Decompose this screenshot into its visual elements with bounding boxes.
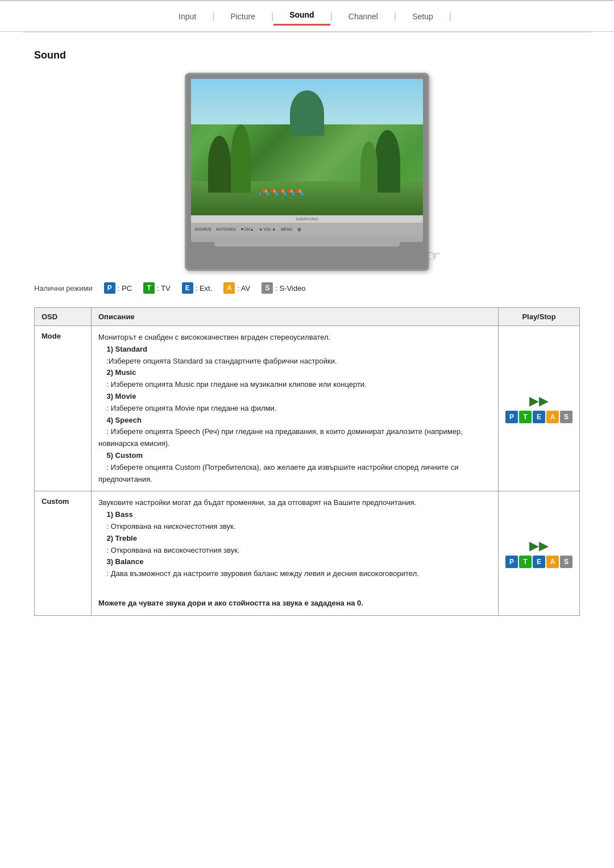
th-osd: OSD xyxy=(35,308,92,326)
play-icon-custom: ▶▶ xyxy=(529,539,549,553)
pteas-p-mode: P xyxy=(505,411,518,423)
mode-tv: T : TV xyxy=(143,282,171,294)
tv-screen xyxy=(191,79,423,215)
mode-ext-label: : Ext. xyxy=(196,284,213,293)
tv-image-container: SAMSUNG SOURCE AUTO/ADJ ▼CH▲ ◄ VOL ► MEN… xyxy=(34,73,580,271)
tv-bar-menu: MENU xyxy=(281,227,293,231)
nav-channel-label: Channel xyxy=(349,12,378,21)
mode-svideo: S : S-Video xyxy=(262,282,305,294)
table-header-row: OSD Описание Play/Stop xyxy=(35,308,580,326)
mode-av-label: : AV xyxy=(237,284,250,293)
tv-outer: SAMSUNG SOURCE AUTO/ADJ ▼CH▲ ◄ VOL ► MEN… xyxy=(185,73,429,271)
mode-pc-label: : PC xyxy=(118,284,132,293)
th-osd-label: OSD xyxy=(42,312,57,321)
pteas-t-mode: T xyxy=(519,411,532,423)
tv-bar-ch: ▼CH▲ xyxy=(240,227,254,231)
tv-bar-power: ⏻ xyxy=(297,227,301,231)
playstop-mode: ▶▶ P T E A S xyxy=(499,326,580,491)
mode-pc: P : PC xyxy=(104,282,132,294)
badge-e: E xyxy=(182,282,193,294)
desc-custom: Звуковите настройки могат да бъдат проме… xyxy=(92,491,499,615)
tv-bar-source: SOURCE xyxy=(194,227,211,231)
pteas-row1-custom: ▶▶ xyxy=(529,539,549,553)
pteas-p-custom: P xyxy=(505,556,518,568)
osd-mode-label: Mode xyxy=(42,332,61,340)
pteas-e-mode: E xyxy=(533,411,545,423)
badge-p: P xyxy=(104,282,115,294)
nav-setup-label: Setup xyxy=(412,12,433,21)
mode-svideo-label: : S-Video xyxy=(275,284,305,293)
tree4 xyxy=(360,141,377,193)
tv-stand xyxy=(191,235,423,242)
th-description: Описание xyxy=(92,308,499,326)
mode-av: A : AV xyxy=(223,282,250,294)
pteas-s-custom: S xyxy=(560,556,572,568)
pteas-mode: ▶▶ P T E A S xyxy=(505,394,572,423)
tv-bar-autoadj: AUTO/ADJ xyxy=(216,227,236,231)
th-playstop-label: Play/Stop xyxy=(522,312,555,321)
main-table: OSD Описание Play/Stop Mode Мониторът е … xyxy=(34,307,580,616)
tv-bar-vol: ◄ VOL ► xyxy=(258,227,276,231)
pteas-custom: ▶▶ P T E A S xyxy=(505,539,572,568)
tv-bottom-bar: SOURCE AUTO/ADJ ▼CH▲ ◄ VOL ► MENU ⏻ xyxy=(191,223,423,235)
playstop-custom: ▶▶ P T E A S xyxy=(499,491,580,615)
tree3 xyxy=(375,130,400,193)
nav-channel[interactable]: Channel xyxy=(333,9,394,24)
mode-ext: E : Ext. xyxy=(182,282,213,294)
nav-sound[interactable]: Sound xyxy=(273,7,330,26)
play-icon-mode: ▶▶ xyxy=(529,394,549,408)
badge-a: A xyxy=(223,282,235,294)
nav-setup[interactable]: Setup xyxy=(396,9,449,24)
tv-brand: SAMSUNG xyxy=(191,215,423,223)
page-title: Sound xyxy=(34,49,580,61)
nav-sound-label: Sound xyxy=(289,10,314,19)
pteas-a-custom: A xyxy=(546,556,559,568)
osd-mode: Mode xyxy=(35,326,92,491)
nav-sep-5: | xyxy=(449,11,451,22)
modes-row: Налични режими P : PC T : TV E : Ext. A … xyxy=(34,282,580,294)
sky xyxy=(191,79,423,124)
tree1 xyxy=(208,136,231,193)
nav-picture[interactable]: Picture xyxy=(214,9,271,24)
hand-cursor-icon: ☞ xyxy=(426,247,441,265)
tree2 xyxy=(231,124,251,193)
th-playstop: Play/Stop xyxy=(499,308,580,326)
tv-base xyxy=(214,242,400,247)
nav-picture-label: Picture xyxy=(230,12,255,21)
modes-label: Налични режими xyxy=(34,284,93,293)
mode-tv-label: : TV xyxy=(157,284,171,293)
table-row-mode: Mode Мониторът е снабден с висококачеств… xyxy=(35,326,580,491)
pteas-a-mode: A xyxy=(546,411,559,423)
pteas-s-mode: S xyxy=(560,411,572,423)
table-row-custom: Custom Звуковите настройки могат да бъда… xyxy=(35,491,580,615)
osd-custom: Custom xyxy=(35,491,92,615)
pteas-row2-custom: P T E A S xyxy=(505,556,572,568)
pteas-t-custom: T xyxy=(519,556,532,568)
badge-s: S xyxy=(262,282,273,294)
th-desc-label: Описание xyxy=(98,312,135,321)
osd-custom-label: Custom xyxy=(42,497,69,506)
flowers xyxy=(259,187,305,198)
pteas-row2-mode: P T E A S xyxy=(505,411,572,423)
desc-mode: Мониторът е снабден с висококачествен вг… xyxy=(92,326,499,491)
nav-input[interactable]: Input xyxy=(163,9,212,24)
pteas-e-custom: E xyxy=(533,556,545,568)
pteas-row1-mode: ▶▶ xyxy=(529,394,549,408)
main-content: Sound SAMSUNG SOURCE AUTO/ADJ xyxy=(0,32,614,633)
bold-note: Можете да чувате звука дори и ако стойно… xyxy=(98,598,491,610)
nav-input-label: Input xyxy=(179,12,196,21)
tv-wrapper: SAMSUNG SOURCE AUTO/ADJ ▼CH▲ ◄ VOL ► MEN… xyxy=(185,73,429,271)
top-navigation: Input | Picture | Sound | Channel | Setu… xyxy=(0,0,614,32)
badge-t: T xyxy=(143,282,155,294)
